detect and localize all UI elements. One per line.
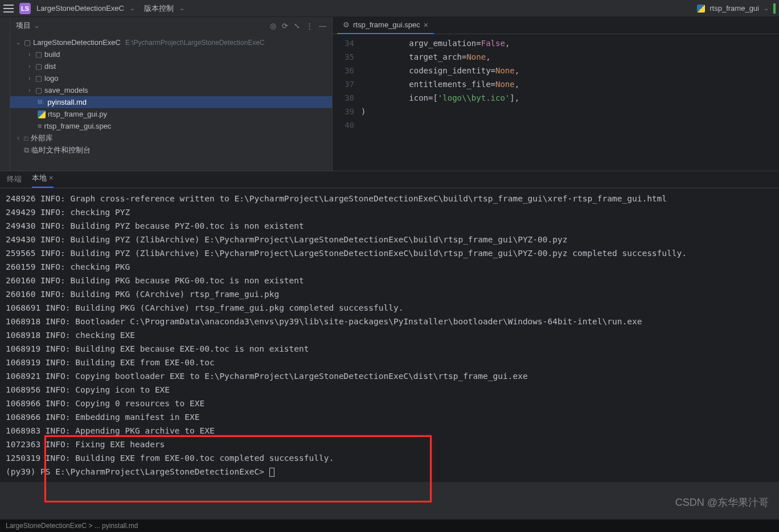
terminal-tool-window: 终端 本地× 248926 INFO: Graph cross-referenc… [0, 171, 779, 482]
minimize-icon[interactable]: — [319, 22, 326, 30]
chevron-right-icon[interactable]: › [26, 63, 33, 69]
editor-gutter: 3435 3637 3839 40 [333, 36, 361, 132]
chevron-down-icon[interactable]: ⌄ [179, 5, 184, 12]
tool-strip-left[interactable] [0, 17, 10, 171]
chevron-down-icon[interactable]: ⌄ [15, 39, 22, 46]
terminal-tab-header[interactable]: 终端 [7, 174, 22, 188]
tree-folder-build[interactable]: › ▢ build [10, 48, 332, 60]
markdown-icon: M↓ [38, 99, 45, 105]
more-icon[interactable]: ⋮ [306, 22, 313, 30]
chevron-down-icon[interactable]: ⌄ [130, 5, 135, 12]
close-icon[interactable]: × [49, 174, 54, 182]
editor-tab-spec[interactable]: ⚙ rtsp_frame_gui.spec × [337, 17, 434, 34]
folder-icon: ▢ [24, 38, 31, 47]
chevron-right-icon[interactable]: › [26, 51, 33, 57]
chevron-down-icon[interactable]: ⌄ [764, 5, 769, 12]
chevron-right-icon[interactable]: › [15, 135, 22, 141]
tree-scratches[interactable]: ⧉ 临时文件和控制台 [10, 144, 332, 156]
tree-file-pyinstall-md[interactable]: M↓ pyinstall.md [10, 96, 332, 108]
tree-folder-save-models[interactable]: › ▢ save_models [10, 84, 332, 96]
tree-file-rtsp-spec[interactable]: ≡ rtsp_frame_gui.spec [10, 120, 332, 132]
status-bar: LargeStoneDetectionExeC > ... pyinstall.… [0, 519, 779, 532]
project-name[interactable]: LargeStoneDetectionExeC [36, 4, 124, 13]
folder-icon: ▢ [35, 62, 42, 71]
tree-label: rtsp_frame_gui.spec [44, 122, 112, 130]
terminal-output[interactable]: 248926 INFO: Graph cross-reference writt… [0, 188, 779, 482]
chevron-right-icon[interactable]: › [26, 87, 33, 93]
project-tool-window: 项目 ⌄ ◎ ⟳ ⤡ ⋮ — ⌄ ▢ LargeStoneDetectionEx… [10, 17, 332, 171]
run-config-name[interactable]: rtsp_frame_gui [710, 4, 759, 13]
tree-label: 临时文件和控制台 [31, 145, 91, 155]
tree-external-libs[interactable]: › ⏍ 外部库 [10, 132, 332, 144]
tree-label: LargeStoneDetectionExeC [33, 38, 121, 47]
tree-label: rtsp_frame_gui.py [48, 110, 107, 118]
project-panel-title: 项目 [16, 20, 31, 31]
tree-label: pyinstall.md [47, 98, 87, 106]
python-icon [697, 5, 705, 13]
scratch-icon: ⧉ [24, 146, 29, 155]
chevron-right-icon[interactable]: › [26, 75, 33, 81]
tab-label: rtsp_frame_gui.spec [353, 20, 420, 29]
folder-icon: ▢ [35, 74, 42, 83]
tree-folder-logo[interactable]: › ▢ logo [10, 72, 332, 84]
project-tree[interactable]: ⌄ ▢ LargeStoneDetectionExeC E:\PycharmPr… [10, 34, 332, 158]
tree-label: build [44, 50, 60, 59]
tree-label: logo [44, 74, 59, 83]
python-icon [38, 110, 46, 118]
target-icon[interactable]: ◎ [270, 22, 276, 30]
folder-icon: ▢ [35, 86, 42, 94]
main-menu-icon[interactable] [3, 5, 14, 13]
code-editor[interactable]: 3435 3637 3839 40 argv_emulation=False, … [333, 34, 779, 132]
title-bar: LS LargeStoneDetectionExeC ⌄ 版本控制 ⌄ rtsp… [0, 0, 779, 17]
tree-label: 外部库 [31, 133, 53, 143]
tree-file-rtsp-py[interactable]: rtsp_frame_gui.py [10, 108, 332, 120]
editor-panel: ⚙ rtsp_frame_gui.spec × 3435 3637 3839 4… [332, 17, 779, 171]
tree-label: save_models [44, 86, 88, 94]
gear-icon: ⚙ [343, 20, 350, 29]
code-lines[interactable]: argv_emulation=False, target_arch=None, … [361, 36, 519, 132]
file-icon: ≡ [38, 122, 42, 130]
tree-label: dist [44, 62, 56, 71]
folder-icon: ▢ [35, 50, 42, 59]
refresh-icon[interactable]: ⟳ [282, 22, 288, 30]
tree-path: E:\PycharmProject\LargeStoneDetectionExe… [125, 39, 265, 47]
vcs-menu[interactable]: 版本控制 [144, 3, 174, 14]
collapse-icon[interactable]: ⤡ [294, 22, 300, 30]
run-indicator[interactable] [773, 3, 776, 14]
close-icon[interactable]: × [424, 20, 428, 30]
tree-folder-dist[interactable]: › ▢ dist [10, 60, 332, 72]
library-icon: ⏍ [24, 134, 28, 142]
project-badge: LS [19, 3, 31, 14]
terminal-tab-local[interactable]: 本地× [32, 173, 54, 188]
tree-root[interactable]: ⌄ ▢ LargeStoneDetectionExeC E:\PycharmPr… [10, 36, 332, 48]
watermark: CSDN @东华果汁哥 [675, 496, 769, 509]
chevron-down-icon[interactable]: ⌄ [34, 22, 39, 30]
